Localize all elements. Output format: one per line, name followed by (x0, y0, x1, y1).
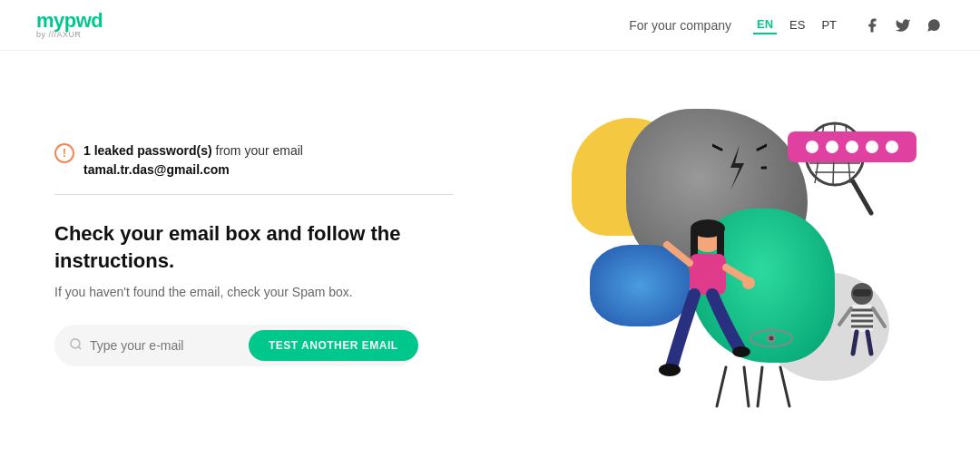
alert-suffix: from your email (212, 143, 303, 158)
svg-point-42 (732, 346, 750, 357)
header: mypwd by ///AXUR For your company EN ES … (0, 0, 980, 51)
pwd-dot-3 (846, 141, 858, 153)
email-input[interactable] (90, 338, 249, 353)
logo[interactable]: mypwd by ///AXUR (36, 11, 103, 39)
lang-pt[interactable]: PT (818, 16, 840, 34)
main-content: ! 1 leaked password(s) from your email t… (0, 51, 980, 457)
alert-row: ! 1 leaked password(s) from your email t… (54, 141, 454, 180)
alert-email: tamal.tr.das@gmail.com (83, 160, 303, 180)
divider (54, 194, 454, 195)
burglar-figure (835, 281, 889, 363)
headline: Check your email box and follow theinstr… (54, 220, 454, 274)
social-icons (862, 15, 944, 35)
for-company-link[interactable]: For your company (629, 18, 731, 33)
left-panel: ! 1 leaked password(s) from your email t… (0, 51, 508, 457)
logo-main: mypwd (36, 11, 103, 31)
svg-point-41 (659, 364, 681, 376)
password-box (788, 131, 916, 162)
pwd-dot-5 (886, 141, 898, 153)
svg-line-26 (867, 332, 871, 354)
svg-line-6 (853, 181, 871, 213)
logo-sub: by ///AXUR (36, 31, 103, 39)
svg-line-4 (758, 145, 767, 150)
svg-rect-17 (853, 289, 871, 297)
svg-point-0 (71, 339, 80, 348)
alert-text: 1 leaked password(s) from your email tam… (83, 141, 303, 180)
svg-marker-2 (730, 145, 744, 190)
illustration (554, 91, 935, 417)
svg-line-23 (839, 308, 851, 325)
svg-line-39 (667, 245, 690, 263)
svg-line-24 (873, 308, 885, 326)
search-bar: TEST ANOTHER EMAIL (54, 325, 417, 366)
lang-es[interactable]: ES (786, 16, 808, 34)
pwd-dot-4 (866, 141, 878, 153)
flash-lines (712, 141, 767, 199)
alert-icon: ! (54, 143, 74, 163)
pwd-dot-1 (806, 141, 818, 153)
pwd-dot-2 (826, 141, 838, 153)
svg-point-43 (742, 277, 755, 289)
facebook-icon[interactable] (862, 15, 882, 35)
language-switcher: EN ES PT (753, 15, 840, 34)
whatsapp-icon[interactable] (924, 15, 944, 35)
subtext: If you haven't found the email, check yo… (54, 285, 454, 299)
svg-line-25 (853, 332, 857, 354)
svg-line-1 (78, 347, 81, 350)
woman-figure (644, 209, 789, 408)
lang-en[interactable]: EN (753, 15, 777, 34)
search-icon (69, 337, 83, 354)
svg-line-3 (712, 145, 721, 150)
twitter-icon[interactable] (893, 15, 913, 35)
right-panel (508, 51, 980, 457)
alert-count: 1 leaked password(s) (83, 143, 212, 158)
test-another-email-button[interactable]: TEST ANOTHER EMAIL (249, 330, 418, 361)
net-icon (799, 109, 880, 218)
header-right: For your company EN ES PT (629, 15, 944, 35)
